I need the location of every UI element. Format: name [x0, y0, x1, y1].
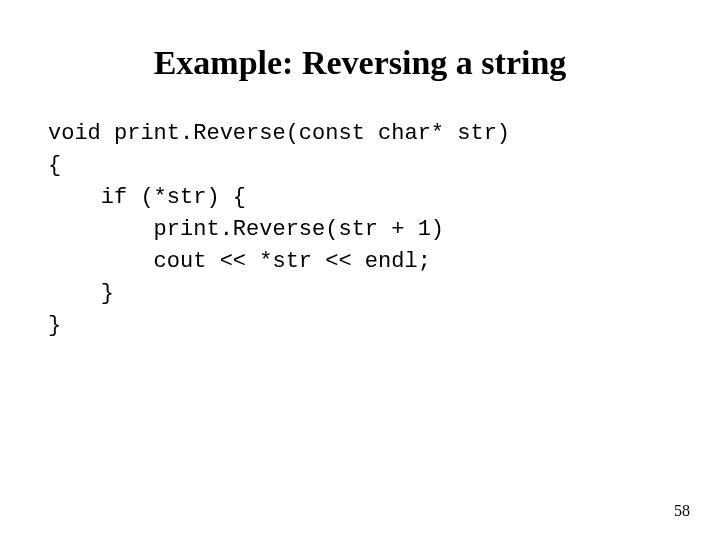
slide-container: Example: Reversing a string void print.R…	[0, 0, 720, 540]
slide-title: Example: Reversing a string	[0, 44, 720, 82]
code-block: void print.Reverse(const char* str) { if…	[48, 118, 510, 342]
page-number: 58	[674, 502, 690, 520]
